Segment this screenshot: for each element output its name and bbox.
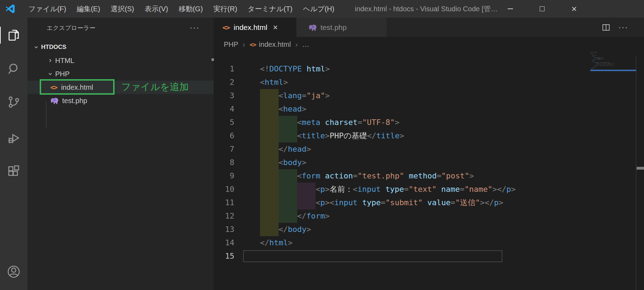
- code-line-10[interactable]: 10<p>名前：<input type="text" name="name"><…: [214, 183, 644, 196]
- code-token: <: [260, 76, 265, 89]
- search-icon[interactable]: [0, 61, 27, 77]
- explorer-header: エクスプローラー ···: [27, 18, 214, 38]
- code-token: p: [494, 196, 499, 209]
- menu-run[interactable]: 実行(R): [208, 0, 242, 18]
- code-line-2[interactable]: 2<html>: [214, 76, 644, 89]
- code-line-6[interactable]: 6<title>PHPの基礎</title>: [214, 129, 644, 143]
- source-control-icon[interactable]: [0, 94, 27, 111]
- menu-help[interactable]: ヘルプ(H): [298, 0, 340, 18]
- code-line-1[interactable]: 1<!DOCTYPE html>: [214, 62, 644, 76]
- indent-highlight: [260, 116, 279, 129]
- code-line-8[interactable]: 8<body>: [214, 156, 644, 169]
- chevron-down-icon: [47, 71, 53, 77]
- extensions-icon[interactable]: [0, 163, 27, 179]
- code-token: [423, 196, 427, 209]
- line-number: 13: [214, 223, 234, 236]
- tree-file-test-php[interactable]: test.php: [27, 94, 214, 107]
- code-token: [437, 183, 441, 196]
- code-token: >: [325, 129, 330, 143]
- code-line-14[interactable]: 14</html>: [214, 236, 644, 250]
- line-number: 2: [214, 76, 234, 89]
- code-token: </: [497, 183, 507, 196]
- code-token: name: [441, 183, 460, 196]
- tab-label: index.html: [234, 23, 267, 32]
- tree-folder-php[interactable]: PHP: [27, 67, 214, 81]
- code-line-7[interactable]: 7</head>: [214, 143, 644, 156]
- tree-root-htdocs[interactable]: HTDOCS: [27, 40, 214, 54]
- indent-highlight: [260, 156, 279, 169]
- menu-selection[interactable]: 選択(S): [105, 0, 139, 18]
- html-file-icon: <>: [222, 23, 229, 32]
- maximize-icon: [540, 6, 545, 11]
- code-token: =: [404, 183, 409, 196]
- code-token: title: [302, 129, 325, 143]
- menu-view[interactable]: 表示(V): [139, 0, 174, 18]
- code-token: =: [451, 196, 455, 209]
- code-token: </: [367, 129, 377, 143]
- code-token: p: [506, 183, 511, 196]
- code-token: [302, 62, 306, 76]
- menu-terminal[interactable]: ターミナル(T): [242, 0, 298, 18]
- run-and-debug-icon[interactable]: [0, 130, 27, 146]
- menu-edit[interactable]: 編集(E): [71, 0, 105, 18]
- breadcrumb-folder[interactable]: PHP: [224, 40, 238, 49]
- tree-folder-label: HTML: [55, 57, 74, 65]
- indent-highlight: [260, 183, 279, 196]
- code-token: >: [325, 183, 330, 196]
- indent-highlight: [279, 209, 297, 223]
- php-elephant-icon: [50, 97, 59, 105]
- explorer-icon[interactable]: [0, 27, 27, 44]
- close-button[interactable]: ×: [559, 0, 590, 18]
- code-line-4[interactable]: 4<head>: [214, 102, 644, 116]
- tab-test-php[interactable]: test.php: [297, 18, 387, 37]
- code-line-11[interactable]: 11<p><input type="submit" value="送信"></p…: [214, 196, 644, 209]
- tab-close-icon[interactable]: ×: [273, 23, 278, 32]
- code-token: body: [283, 156, 302, 169]
- line-number: 10: [214, 183, 234, 196]
- menu-file[interactable]: ファイル(F): [23, 0, 71, 18]
- code-token: form: [302, 169, 320, 183]
- code-line-12[interactable]: 12</form>: [214, 209, 644, 223]
- explorer-more-icon[interactable]: ···: [190, 23, 200, 32]
- code-token: =: [381, 196, 385, 209]
- minimap-highlight: [590, 70, 636, 71]
- breadcrumb: PHP <> index.html …: [214, 37, 644, 52]
- split-editor-icon[interactable]: [601, 23, 611, 32]
- indent-highlight: [260, 196, 279, 209]
- code-token: charset: [325, 116, 358, 129]
- tree-folder-html[interactable]: HTML: [27, 54, 214, 67]
- code-line-15[interactable]: 15: [214, 250, 644, 263]
- code-line-5[interactable]: 5<meta charset="UTF-8">: [214, 116, 644, 129]
- menu-go[interactable]: 移動(G): [173, 0, 208, 18]
- code-token: <: [279, 102, 283, 116]
- line-number: 6: [214, 129, 234, 143]
- code-token: >: [511, 183, 516, 196]
- minimize-button[interactable]: [495, 0, 526, 18]
- code-token: form: [306, 209, 325, 223]
- code-line-13[interactable]: 13</body>: [214, 223, 644, 236]
- line-number: 15: [214, 250, 234, 263]
- accounts-icon[interactable]: [0, 263, 27, 280]
- code-token: </: [485, 196, 494, 209]
- code-line-9[interactable]: 9<form action="test.php" method="post">: [214, 169, 644, 183]
- maximize-button[interactable]: [527, 0, 558, 18]
- editor-more-icon[interactable]: ···: [618, 23, 628, 32]
- code-token: >: [325, 89, 330, 102]
- breadcrumb-file[interactable]: index.html: [259, 40, 291, 49]
- breadcrumb-more[interactable]: …: [302, 40, 309, 49]
- code-token: =: [460, 183, 464, 196]
- code-token: >: [499, 196, 503, 209]
- line-number: 14: [214, 236, 234, 250]
- menu-bar: ファイル(F) 編集(E) 選択(S) 表示(V) 移動(G) 実行(R) ター…: [23, 0, 340, 18]
- scrollbar-thumb[interactable]: [637, 167, 644, 170]
- code-token: >: [469, 169, 474, 183]
- code-token: <: [279, 156, 283, 169]
- tab-index-html[interactable]: <> index.html ×: [214, 18, 297, 37]
- code-token: >: [302, 102, 306, 116]
- code-line-3[interactable]: 3<lang="ja">: [214, 89, 644, 102]
- minimap[interactable]: 1<!DOCTYPE html>2<html>3<lang="ja">4<hea…: [590, 52, 636, 97]
- code-editor[interactable]: 1<!DOCTYPE html>2<html>3<lang="ja">4<hea…: [214, 52, 644, 263]
- chevron-right-icon: [47, 58, 53, 63]
- code-token: <: [316, 196, 320, 209]
- code-token: >: [325, 62, 330, 76]
